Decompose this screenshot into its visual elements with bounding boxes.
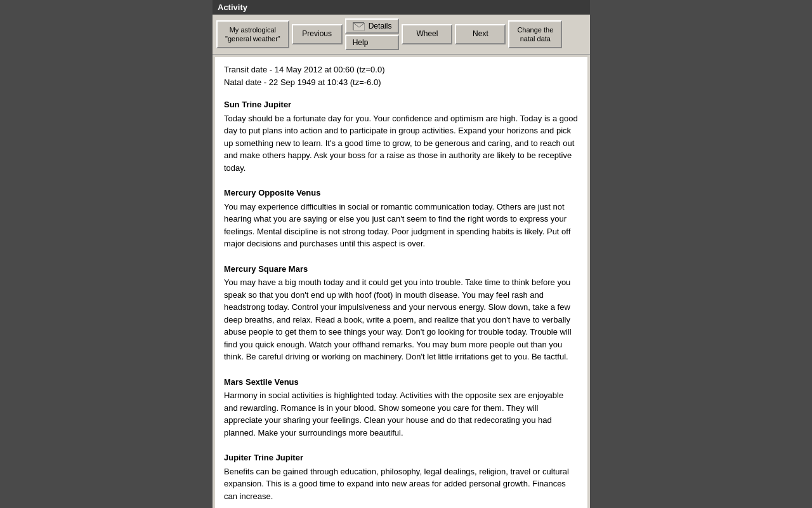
aspect-title-3: Mars Sextile Venus bbox=[224, 376, 579, 389]
envelope-icon bbox=[353, 22, 364, 30]
my-astrological-button[interactable]: My astrological"general weather" bbox=[216, 20, 289, 49]
aspect-section-3: Mars Sextile Venus Harmony in social act… bbox=[224, 376, 579, 439]
natal-date: Natal date - 22 Sep 1949 at 10:43 (tz=-6… bbox=[224, 76, 579, 89]
content-area[interactable]: Transit date - 14 May 2012 at 00:60 (tz=… bbox=[215, 57, 587, 508]
aspect-section-2: Mercury Square Mars You may have a big m… bbox=[224, 263, 579, 363]
aspect-title-4: Jupiter Trine Jupiter bbox=[224, 451, 579, 464]
aspect-title-0: Sun Trine Jupiter bbox=[224, 98, 579, 111]
activity-label: Activity bbox=[218, 3, 247, 12]
aspect-section-1: Mercury Opposite Venus You may experienc… bbox=[224, 187, 579, 250]
next-button[interactable]: Next bbox=[455, 24, 506, 44]
details-help-group: Details Help bbox=[345, 18, 400, 50]
aspect-text-2: You may have a big mouth today and it co… bbox=[224, 276, 579, 363]
date-info: Transit date - 14 May 2012 at 00:60 (tz=… bbox=[224, 64, 579, 88]
previous-button[interactable]: Previous bbox=[292, 24, 343, 44]
help-button[interactable]: Help bbox=[345, 35, 400, 50]
aspect-title-1: Mercury Opposite Venus bbox=[224, 187, 579, 199]
aspect-section-4: Jupiter Trine Jupiter Benefits can be ga… bbox=[224, 451, 579, 502]
aspect-section-0: Sun Trine Jupiter Today should be a fort… bbox=[224, 98, 579, 174]
details-button[interactable]: Details bbox=[345, 18, 400, 34]
wheel-button[interactable]: Wheel bbox=[402, 24, 452, 44]
aspect-text-4: Benefits can be gained through education… bbox=[224, 465, 579, 503]
toolbar: My astrological"general weather" Previou… bbox=[213, 15, 590, 55]
aspect-title-2: Mercury Square Mars bbox=[224, 263, 579, 276]
aspect-text-1: You may experience difficulties in socia… bbox=[224, 201, 579, 250]
change-natal-button[interactable]: Change thenatal data bbox=[508, 20, 562, 49]
transit-date: Transit date - 14 May 2012 at 00:60 (tz=… bbox=[224, 64, 579, 76]
main-container: Activity My astrological"general weather… bbox=[213, 0, 590, 508]
details-label: Details bbox=[369, 22, 392, 30]
aspect-text-0: Today should be a fortunate day for you.… bbox=[224, 112, 579, 175]
aspect-text-3: Harmony in social activities is highligh… bbox=[224, 389, 579, 439]
activity-bar: Activity bbox=[213, 0, 590, 15]
help-label: Help bbox=[353, 38, 369, 47]
